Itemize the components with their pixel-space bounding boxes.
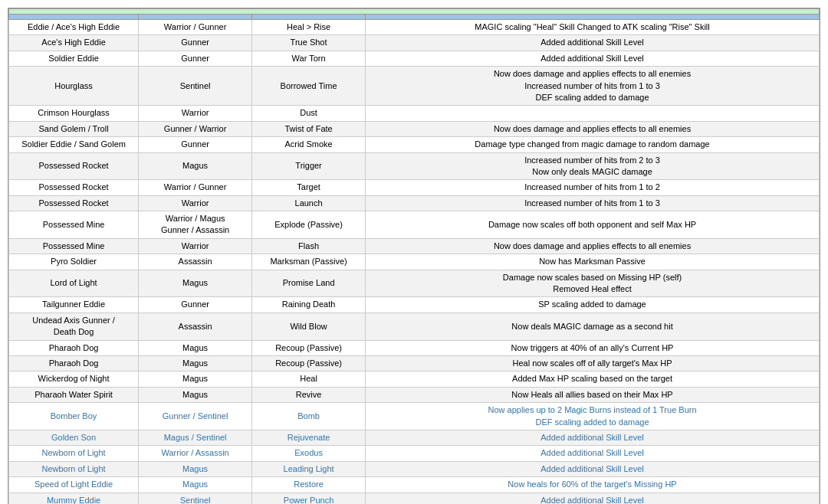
table-title-row [9,9,820,15]
cell-character: Pharaoh Dog [9,355,139,371]
table-row: Possessed MineWarriorFlashNow does damag… [9,238,820,254]
cell-skill: Revive [252,387,366,402]
cell-description: Added additional Skill Level [366,493,820,504]
table-row: Possessed MineWarrior / MagusGunner / As… [9,211,820,239]
cell-description: MAGIC scaling "Heal" Skill Changed to AT… [366,20,820,35]
table-row: Wickerdog of NightMagusHealAdded Max HP … [9,371,820,387]
cell-class: Magus [139,152,252,180]
cell-character: Speed of Light Eddie [9,477,139,493]
cell-description: Now deals MAGIC damage as a second hit [366,313,820,340]
table-row: Undead Axis Gunner /Death DogAssassinWil… [9,313,820,340]
cell-skill: Bomb [252,403,366,430]
cell-character: Newborn of Light [9,461,139,476]
header-character [9,15,139,20]
table-row: Soldier EddieGunnerWar TornAdded additio… [9,51,820,66]
cell-character: Hourglass [9,67,139,106]
cell-skill: Exodus [252,446,366,461]
table-row: Eddie / Ace's High EddieWarrior / Gunner… [9,20,820,35]
table-row: Ace's High EddieGunnerTrue ShotAdded add… [9,35,820,51]
cell-skill: Launch [252,195,366,211]
cell-description: Added Max HP scaling based on the target [366,371,820,387]
cell-class: Magus / Sentinel [139,430,252,445]
cell-description: Added additional Skill Level [366,430,820,445]
table-row: Newborn of LightWarrior / AssassinExodus… [9,446,820,461]
cell-character: Possessed Rocket [9,152,139,180]
cell-description: Added additional Skill Level [366,461,820,476]
cell-character: Undead Axis Gunner /Death Dog [9,313,139,340]
cell-character: Lord of Light [9,270,139,297]
table-row: Soldier Eddie / Sand GolemGunnerAcrid Sm… [9,137,820,152]
cell-skill: Trigger [252,152,366,180]
table-row: Bomber BoyGunner / SentinelBombNow appli… [9,403,820,430]
table-header-row [9,15,820,20]
cell-class: Sentinel [139,493,252,504]
table-title [9,9,820,15]
cell-description: Now does damage and applies effects to a… [366,67,820,106]
cell-description: SP scaling added to damage [366,297,820,313]
cell-skill: Power Punch [252,493,366,504]
cell-class: Warrior / MagusGunner / Assassin [139,211,252,239]
cell-character: Tailgunner Eddie [9,297,139,313]
cell-class: Gunner [139,51,252,66]
table-row: Crimson HourglassWarriorDust [9,106,820,121]
cell-class: Gunner [139,137,252,152]
cell-description: Added additional Skill Level [366,51,820,66]
cell-class: Warrior / Assassin [139,446,252,461]
cell-character: Possessed Rocket [9,180,139,195]
cell-description: Increased number of hits from 1 to 3 [366,195,820,211]
cell-skill: War Torn [252,51,366,66]
cell-skill: Heal [252,371,366,387]
cell-skill: Marksman (Passive) [252,254,366,270]
cell-description: Damage now scales off both opponent and … [366,211,820,239]
cell-class: Magus [139,371,252,387]
cell-character: Golden Son [9,430,139,445]
table-row: Possessed RocketWarrior / GunnerTargetIn… [9,180,820,195]
cell-character: Possessed Mine [9,238,139,254]
cell-class: Warrior [139,238,252,254]
cell-character: Eddie / Ace's High Eddie [9,20,139,35]
table-row: Sand Golem / TrollGunner / WarriorTwist … [9,121,820,136]
table-row: Pharaoh DogMagusRecoup (Passive)Heal now… [9,355,820,371]
cell-character: Wickerdog of Night [9,371,139,387]
cell-class: Magus [139,340,252,355]
cell-character: Pyro Soldier [9,254,139,270]
table-row: Possessed RocketWarriorLaunchIncreased n… [9,195,820,211]
cell-skill: Recoup (Passive) [252,355,366,371]
cell-description: Added additional Skill Level [366,35,820,51]
cell-description: Now does damage and applies effects to a… [366,238,820,254]
table-row: Newborn of LightMagusLeading LightAdded … [9,461,820,476]
cell-class: Magus [139,355,252,371]
cell-skill: Target [252,180,366,195]
cell-class: Magus [139,270,252,297]
header-description [366,15,820,20]
table-row: Pyro SoldierAssassinMarksman (Passive)No… [9,254,820,270]
cell-description: Damage type changed from magic damage to… [366,137,820,152]
table-row: Possessed RocketMagusTriggerIncreased nu… [9,152,820,180]
cell-class: Assassin [139,313,252,340]
cell-description [366,106,820,121]
table-row: Golden SonMagus / SentinelRejuvenateAdde… [9,430,820,445]
skill-changes-table: Eddie / Ace's High EddieWarrior / Gunner… [8,8,820,504]
cell-character: Possessed Mine [9,211,139,239]
cell-skill: Wild Blow [252,313,366,340]
cell-description: Now Heals all allies based on their Max … [366,387,820,402]
cell-skill: Leading Light [252,461,366,476]
cell-class: Assassin [139,254,252,270]
cell-description: Now triggers at 40% of an ally's Current… [366,340,820,355]
cell-description: Increased number of hits from 2 to 3Now … [366,152,820,180]
cell-character: Ace's High Eddie [9,35,139,51]
cell-class: Warrior [139,106,252,121]
table-row: Lord of LightMagusPromise LandDamage now… [9,270,820,297]
cell-class: Gunner [139,297,252,313]
cell-class: Sentinel [139,67,252,106]
cell-skill: Flash [252,238,366,254]
cell-character: Pharaoh Water Spirit [9,387,139,402]
table-row: Tailgunner EddieGunnerRaining DeathSP sc… [9,297,820,313]
cell-class: Warrior / Gunner [139,20,252,35]
cell-description: Heal now scales off of ally target's Max… [366,355,820,371]
cell-character: Soldier Eddie / Sand Golem [9,137,139,152]
cell-character: Mummy Eddie [9,493,139,504]
header-skill [252,15,366,20]
cell-class: Magus [139,477,252,493]
cell-skill: Rejuvenate [252,430,366,445]
